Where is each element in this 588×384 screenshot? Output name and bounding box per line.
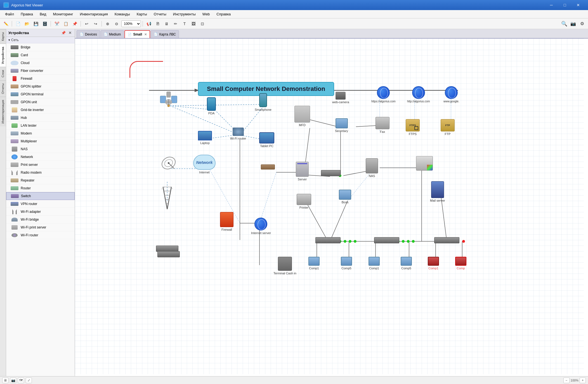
sidebar-item-modem[interactable]: Modem (6, 129, 75, 137)
node-switch-2[interactable] (374, 237, 399, 243)
node-switch-bottom-1[interactable] (156, 246, 178, 252)
menu-web[interactable]: Web (200, 11, 213, 17)
node-color-printer[interactable] (416, 156, 433, 171)
node-mfd[interactable]: MFD (294, 106, 310, 127)
node-switch-bl[interactable] (157, 251, 180, 257)
tab-medium[interactable]: 📄 Medium (101, 30, 124, 38)
zoom-in-button[interactable]: + (580, 378, 586, 383)
zoom-out-button[interactable]: − (563, 378, 570, 383)
node-laptop[interactable]: Laptop (198, 131, 212, 145)
sidebar-item-print-server[interactable]: Print server (6, 161, 75, 169)
sidebar-item-network[interactable]: Network (6, 153, 75, 161)
close-button[interactable]: ✕ (572, 0, 585, 10)
node-hub[interactable] (261, 164, 275, 169)
minimize-button[interactable]: ─ (545, 0, 558, 10)
sidebar-item-radio-modem[interactable]: Radio modem (6, 169, 75, 176)
zoom-select[interactable]: 50% 75% 100% 150% 200% (121, 20, 141, 27)
menu-file[interactable]: Файл (2, 11, 17, 17)
tool-paste[interactable]: 📌 (70, 20, 79, 28)
tool-save-as[interactable]: 🗄️ (41, 20, 49, 28)
sidebar-item-card[interactable]: Card (6, 51, 75, 59)
node-comp5a[interactable]: Comp5 (341, 257, 352, 270)
node-boss[interactable]: Boss (339, 190, 351, 204)
sidebar-item-wifi-router[interactable]: Wi-Fi router (6, 231, 75, 239)
left-tab-ustrojstva[interactable]: Устройства (0, 44, 6, 67)
menu-help[interactable]: Справка (214, 11, 233, 17)
sidebar-item-wifi-bridge[interactable]: Wi-Fi bridge (6, 216, 75, 223)
tool-edit2[interactable]: ✏ (171, 20, 180, 28)
sidebar-item-firewall[interactable]: Firewall (6, 75, 75, 83)
tab-small[interactable]: 📄 Small ✕ (124, 30, 150, 38)
tab-karta-lvs[interactable]: 📄 Карта ЛВС (151, 30, 179, 38)
sidebar-item-gpon-splitter[interactable]: GPON splitter (6, 83, 75, 90)
menu-inventory[interactable]: Инвентаризация (77, 11, 111, 17)
sidebar-item-fiber[interactable]: Fiber converter (6, 67, 75, 75)
tool-search[interactable]: 🔍 (560, 20, 568, 28)
node-antenna[interactable] (160, 155, 177, 171)
node-pda[interactable]: PDA (207, 97, 216, 115)
node-secretary[interactable]: Secretary (335, 118, 348, 133)
menu-tools[interactable]: Инструменты (170, 11, 199, 17)
tab-devices[interactable]: 📄 Devices (77, 30, 100, 38)
tool-new[interactable]: 📄 (14, 20, 22, 28)
tool-cut[interactable]: ✂️ (53, 20, 61, 28)
node-globe-https[interactable]: https://algorius.com (371, 86, 396, 103)
node-mail-server[interactable]: Mail server (430, 181, 445, 202)
statusbar-expand-btn[interactable]: ⤢ (26, 378, 32, 383)
tool-broadcast[interactable]: 📢 (145, 20, 153, 28)
menu-maps[interactable]: Карты (134, 11, 150, 17)
tool-zoom-out[interactable]: ⊖ (112, 20, 121, 28)
node-switch-center[interactable] (321, 170, 341, 176)
node-internet-server[interactable]: Internet server (251, 218, 271, 235)
maximize-button[interactable]: □ (558, 0, 571, 10)
node-fax[interactable]: Fax (376, 117, 389, 133)
sidebar-item-wifi-print-server[interactable]: Wi-Fi print server (6, 223, 75, 231)
sidebar-item-vpn-router[interactable]: VPN router (6, 200, 75, 208)
node-tablet[interactable]: Tablet PC (259, 132, 274, 148)
tool-copy[interactable]: 📋 (62, 20, 70, 28)
node-satellite[interactable] (159, 90, 178, 109)
left-tab-karty[interactable]: Карты (0, 29, 6, 44)
node-ftp[interactable]: FTP FTP (441, 119, 455, 136)
tool-open[interactable]: 📂 (23, 20, 31, 28)
menu-commands[interactable]: Команды (112, 11, 133, 17)
node-tower[interactable] (160, 187, 174, 209)
sidebar-category-network[interactable]: ▾ Сеть (6, 37, 75, 43)
node-switch-main[interactable] (315, 237, 341, 243)
node-smartphone[interactable]: Smartphone (255, 93, 271, 111)
menu-reports[interactable]: Отчеты (151, 11, 169, 17)
node-comp-red[interactable]: Comp (455, 257, 466, 270)
menu-view[interactable]: Вид (37, 11, 49, 17)
tool-scan[interactable]: 🖹 (154, 20, 162, 28)
left-tab-otchety[interactable]: Отчеты (0, 80, 6, 97)
tool-zoom-in[interactable]: ⊕ (103, 20, 112, 28)
node-wifi-router[interactable]: Wi-Fi router (230, 128, 246, 140)
tool-save[interactable]: 💾 (32, 20, 40, 28)
node-globe-http[interactable]: http://algorius.com (407, 86, 430, 103)
tab-small-close[interactable]: ✕ (144, 33, 147, 36)
sidebar-item-nas[interactable]: NAS (6, 145, 75, 153)
menu-edit[interactable]: Правка (18, 11, 36, 17)
tool-undo[interactable]: ↩ (82, 20, 91, 28)
sidebar-item-router[interactable]: Router (6, 184, 75, 192)
sidebar-item-cloud[interactable]: Cloud (6, 59, 75, 67)
left-tab-inventarizaciya[interactable]: Инвентаризация (0, 97, 6, 126)
node-network-cloud[interactable]: Network Internet (193, 155, 216, 174)
node-comp5b[interactable]: Comp5 (401, 257, 412, 270)
sidebar-item-grid-tie[interactable]: Grid-tie inverter (6, 106, 75, 114)
sidebar-item-gpon-unit[interactable]: GPON unit (6, 98, 75, 106)
sidebar-item-hub[interactable]: Hub (6, 114, 75, 122)
sidebar-close-button[interactable]: ✕ (68, 30, 72, 35)
node-globe-google[interactable]: www.google. (443, 86, 459, 103)
node-comp1b[interactable]: Comp1 (369, 257, 380, 270)
statusbar-screenshot-btn[interactable]: 📷 (10, 378, 16, 383)
tool-redo[interactable]: ↪ (91, 20, 100, 28)
sidebar-item-wifi-adapter[interactable]: Wi-Fi adapter (6, 208, 75, 216)
node-comp1c[interactable]: Comp1 (428, 257, 439, 270)
tool-camera[interactable]: 📷 (569, 20, 577, 28)
sidebar-item-switch[interactable]: Switch (6, 192, 75, 200)
sidebar-item-bridge[interactable]: Bridge (6, 43, 75, 51)
sidebar-item-multiplexer[interactable]: Multiplexer (6, 137, 75, 145)
tool-map[interactable]: 🖥 (162, 20, 171, 28)
node-switch-3[interactable] (434, 237, 459, 243)
